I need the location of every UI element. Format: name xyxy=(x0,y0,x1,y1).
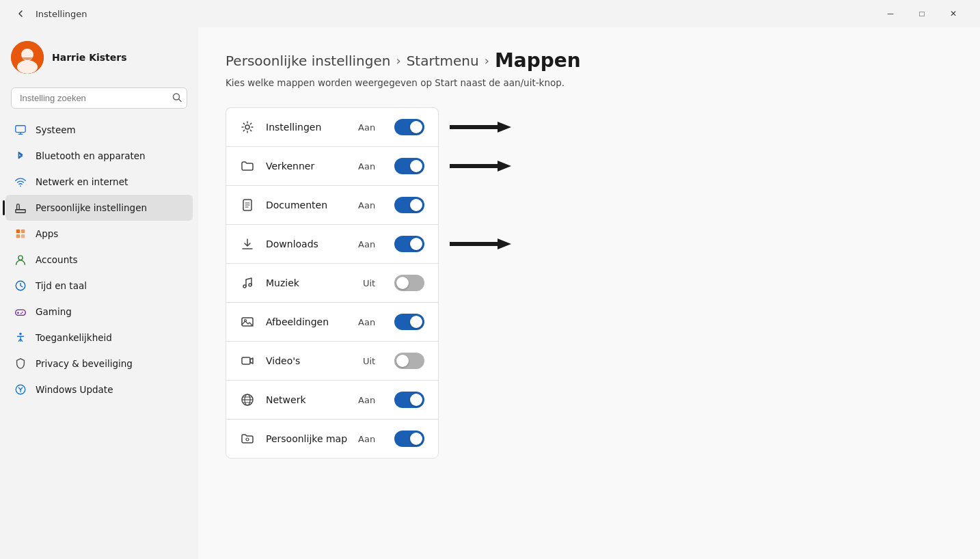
setting-label-muziek: Muziek xyxy=(266,277,352,288)
svg-point-8 xyxy=(20,185,21,187)
svg-rect-13 xyxy=(16,234,20,238)
setting-status-afbeeldingen: Aan xyxy=(358,317,375,327)
music-icon xyxy=(240,275,255,290)
accessibility-icon xyxy=(14,331,27,344)
breadcrumb-sep-1: › xyxy=(396,53,400,68)
arrow-indicators xyxy=(450,107,511,458)
user-profile: Harrie Kisters xyxy=(0,33,198,85)
download-icon xyxy=(240,236,255,251)
svg-point-15 xyxy=(18,256,23,260)
window-controls: ─ □ ✕ xyxy=(875,3,969,25)
back-button[interactable] xyxy=(11,4,30,23)
breadcrumb-persoonlijk[interactable]: Persoonlijke instellingen xyxy=(226,53,390,69)
person-icon xyxy=(14,253,27,267)
sidebar-item-gaming[interactable]: Gaming xyxy=(5,299,193,325)
setting-item-muziek: Muziek Uit xyxy=(226,263,439,302)
toggle-muziek[interactable] xyxy=(394,275,424,291)
setting-item-instellingen: Instellingen Aan xyxy=(226,107,439,146)
setting-status-persoonlijk-map: Aan xyxy=(358,434,375,444)
setting-label-documenten: Documenten xyxy=(266,200,347,210)
no-arrow-9 xyxy=(450,419,511,458)
svg-rect-35 xyxy=(242,357,250,364)
sidebar-item-bluetooth[interactable]: Bluetooth en apparaten xyxy=(5,143,193,169)
sidebar-item-persoonlijk[interactable]: Persoonlijke instellingen xyxy=(5,195,193,221)
svg-rect-11 xyxy=(16,230,20,233)
close-button[interactable]: ✕ xyxy=(938,3,969,25)
sidebar-item-label-tijd: Tijd en taal xyxy=(36,280,87,291)
wifi-icon xyxy=(14,175,27,189)
settings-list: Instellingen Aan Verkenner Aan xyxy=(226,107,439,459)
sidebar-item-toegankelijkheid[interactable]: Toegankelijkheid xyxy=(5,325,193,351)
setting-item-videos: Video's Uit xyxy=(226,341,439,380)
sidebar-item-systeem[interactable]: Systeem xyxy=(5,117,193,143)
toggle-videos[interactable] xyxy=(394,353,424,369)
setting-item-downloads: Downloads Aan xyxy=(226,224,439,263)
svg-marker-45 xyxy=(498,161,511,172)
arrow-2 xyxy=(450,146,511,185)
toggle-verkenner[interactable] xyxy=(394,158,424,174)
setting-status-downloads: Aan xyxy=(358,239,375,249)
sidebar-item-label-gaming: Gaming xyxy=(36,306,72,317)
personal-folder-icon xyxy=(240,431,255,446)
page-title: Mappen xyxy=(495,49,581,72)
breadcrumb-startmenu[interactable]: Startmenu xyxy=(407,53,479,69)
search-button[interactable] xyxy=(172,92,182,104)
sidebar-item-label-apps: Apps xyxy=(36,228,58,239)
breadcrumb: Persoonlijke instellingen › Startmenu › … xyxy=(226,49,953,72)
svg-point-32 xyxy=(249,284,251,286)
minimize-button[interactable]: ─ xyxy=(875,3,906,25)
folder-icon xyxy=(240,159,255,174)
toggle-netwerk[interactable] xyxy=(394,392,424,408)
sidebar-item-label-netwerk: Netwerk en internet xyxy=(36,176,128,187)
no-arrow-7 xyxy=(450,341,511,380)
toggle-persoonlijk-map[interactable] xyxy=(394,431,424,447)
shield-icon xyxy=(14,357,27,370)
svg-marker-43 xyxy=(498,122,511,133)
search-input[interactable] xyxy=(11,87,187,109)
page-description: Kies welke mappen worden weergegeven op … xyxy=(226,77,953,88)
sidebar-item-privacy[interactable]: Privacy & beveiliging xyxy=(5,351,193,377)
setting-item-netwerk: Netwerk Aan xyxy=(226,380,439,419)
sidebar-item-label-windows-update: Windows Update xyxy=(36,384,113,395)
brush-icon xyxy=(14,201,27,215)
setting-label-downloads: Downloads xyxy=(266,238,347,249)
breadcrumb-sep-2: › xyxy=(485,53,489,68)
setting-item-persoonlijk-map: Persoonlijke map Aan xyxy=(226,419,439,459)
toggle-downloads[interactable] xyxy=(394,236,424,252)
setting-item-verkenner: Verkenner Aan xyxy=(226,146,439,185)
svg-point-21 xyxy=(21,313,22,314)
svg-point-2 xyxy=(17,60,38,74)
sidebar: Harrie Kisters S xyxy=(0,27,198,559)
no-arrow-5 xyxy=(450,263,511,302)
sidebar-item-netwerk[interactable]: Netwerk en internet xyxy=(5,169,193,195)
sidebar-item-tijd[interactable]: Tijd en taal xyxy=(5,273,193,299)
sidebar-item-apps[interactable]: Apps xyxy=(5,221,193,247)
svg-rect-12 xyxy=(21,230,25,233)
no-arrow-6 xyxy=(450,302,511,341)
arrow-4 xyxy=(450,224,511,263)
sidebar-item-accounts[interactable]: Accounts xyxy=(5,247,193,273)
video-icon xyxy=(240,353,255,368)
toggle-afbeeldingen[interactable] xyxy=(394,314,424,330)
setting-label-verkenner: Verkenner xyxy=(266,161,347,172)
svg-rect-17 xyxy=(16,310,25,315)
titlebar-left: Instellingen xyxy=(11,4,87,23)
bluetooth-icon xyxy=(14,149,27,163)
toggle-documenten[interactable] xyxy=(394,197,424,213)
grid-icon xyxy=(14,227,27,241)
setting-item-documenten: Documenten Aan xyxy=(226,185,439,224)
sidebar-item-label-persoonlijk: Persoonlijke instellingen xyxy=(36,202,147,213)
setting-status-instellingen: Aan xyxy=(358,122,375,133)
sidebar-item-windows-update[interactable]: Windows Update xyxy=(5,377,193,403)
toggle-instellingen[interactable] xyxy=(394,119,424,135)
setting-label-persoonlijk-map: Persoonlijke map xyxy=(266,433,347,444)
no-arrow-8 xyxy=(450,380,511,419)
svg-point-31 xyxy=(243,285,246,288)
setting-label-netwerk: Netwerk xyxy=(266,394,347,405)
arrow-indicator-2 xyxy=(450,156,511,176)
maximize-button[interactable]: □ xyxy=(906,3,938,25)
image-icon xyxy=(240,314,255,329)
sidebar-item-label-toegankelijkheid: Toegankelijkheid xyxy=(36,332,112,343)
arrow-1 xyxy=(450,107,511,146)
sidebar-item-label-privacy: Privacy & beveiliging xyxy=(36,358,133,369)
